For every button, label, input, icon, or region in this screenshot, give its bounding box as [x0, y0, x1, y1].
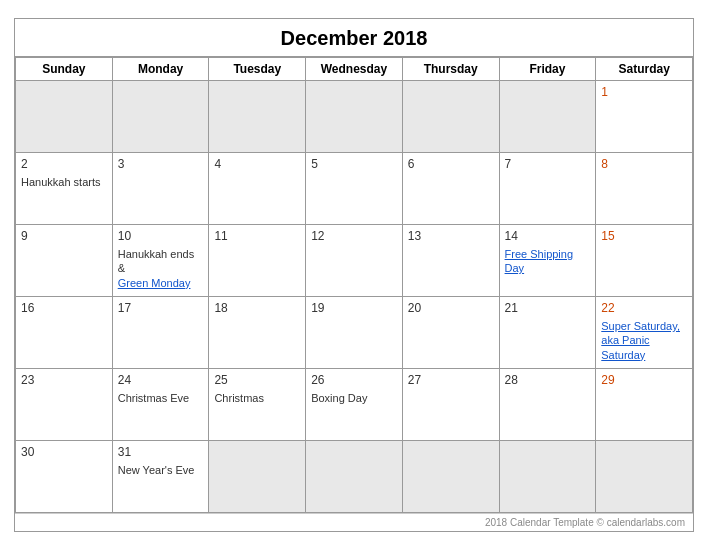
day-number: 9	[21, 229, 107, 243]
day-cell: 10Hanukkah ends &Green Monday	[113, 225, 210, 297]
day-number: 30	[21, 445, 107, 459]
day-cell: 6	[403, 153, 500, 225]
day-cell	[403, 441, 500, 513]
event-text: Christmas	[214, 392, 264, 404]
day-number: 17	[118, 301, 204, 315]
day-number: 23	[21, 373, 107, 387]
day-number: 25	[214, 373, 300, 387]
calendar-container: December 2018 SundayMondayTuesdayWednesd…	[14, 18, 694, 532]
day-cell: 25Christmas	[209, 369, 306, 441]
day-cell: 27	[403, 369, 500, 441]
day-header-saturday: Saturday	[596, 58, 693, 81]
day-cell: 1	[596, 81, 693, 153]
day-number: 15	[601, 229, 687, 243]
event-link[interactable]: Green Monday	[118, 276, 204, 290]
event-link[interactable]: Free Shipping Day	[505, 247, 591, 276]
day-number: 3	[118, 157, 204, 171]
day-number: 31	[118, 445, 204, 459]
day-cell: 21	[500, 297, 597, 369]
day-number: 24	[118, 373, 204, 387]
day-number: 7	[505, 157, 591, 171]
day-cell: 8	[596, 153, 693, 225]
day-cell: 7	[500, 153, 597, 225]
day-cell	[306, 441, 403, 513]
calendar-grid: SundayMondayTuesdayWednesdayThursdayFrid…	[15, 57, 693, 513]
day-number: 1	[601, 85, 687, 99]
day-cell: 18	[209, 297, 306, 369]
day-number: 10	[118, 229, 204, 243]
day-number: 12	[311, 229, 397, 243]
day-cell: 26Boxing Day	[306, 369, 403, 441]
day-header-wednesday: Wednesday	[306, 58, 403, 81]
event-text: Hanukkah ends &	[118, 248, 194, 274]
event-text: New Year's Eve	[118, 464, 195, 476]
day-cell: 14Free Shipping Day	[500, 225, 597, 297]
day-cell	[209, 441, 306, 513]
day-number: 19	[311, 301, 397, 315]
day-number: 5	[311, 157, 397, 171]
day-cell	[500, 441, 597, 513]
calendar-footer: 2018 Calendar Template © calendarlabs.co…	[15, 513, 693, 531]
day-number: 28	[505, 373, 591, 387]
day-cell: 22Super Saturday, aka Panic Saturday	[596, 297, 693, 369]
day-header-friday: Friday	[500, 58, 597, 81]
day-number: 29	[601, 373, 687, 387]
day-cell: 5	[306, 153, 403, 225]
day-cell: 28	[500, 369, 597, 441]
day-number: 16	[21, 301, 107, 315]
day-cell: 3	[113, 153, 210, 225]
day-cell	[306, 81, 403, 153]
day-cell: 4	[209, 153, 306, 225]
day-number: 13	[408, 229, 494, 243]
day-cell: 19	[306, 297, 403, 369]
day-number: 22	[601, 301, 687, 315]
day-cell: 30	[16, 441, 113, 513]
day-cell: 15	[596, 225, 693, 297]
day-number: 8	[601, 157, 687, 171]
calendar-title: December 2018	[15, 19, 693, 57]
day-number: 27	[408, 373, 494, 387]
day-cell: 29	[596, 369, 693, 441]
day-cell: 12	[306, 225, 403, 297]
event-text: Christmas Eve	[118, 392, 190, 404]
day-cell: 2Hanukkah starts	[16, 153, 113, 225]
day-cell: 16	[16, 297, 113, 369]
day-cell: 20	[403, 297, 500, 369]
day-cell	[596, 441, 693, 513]
day-number: 21	[505, 301, 591, 315]
day-cell	[209, 81, 306, 153]
day-cell	[500, 81, 597, 153]
day-number: 20	[408, 301, 494, 315]
event-text: Boxing Day	[311, 392, 367, 404]
day-number: 6	[408, 157, 494, 171]
day-header-sunday: Sunday	[16, 58, 113, 81]
event-link[interactable]: Super Saturday, aka Panic Saturday	[601, 319, 687, 362]
day-cell: 24Christmas Eve	[113, 369, 210, 441]
day-number: 4	[214, 157, 300, 171]
day-cell	[403, 81, 500, 153]
day-header-tuesday: Tuesday	[209, 58, 306, 81]
day-cell	[113, 81, 210, 153]
event-text: Hanukkah starts	[21, 176, 100, 188]
day-number: 14	[505, 229, 591, 243]
day-cell: 9	[16, 225, 113, 297]
day-number: 26	[311, 373, 397, 387]
day-number: 2	[21, 157, 107, 171]
day-number: 18	[214, 301, 300, 315]
day-number: 11	[214, 229, 300, 243]
day-cell: 13	[403, 225, 500, 297]
day-cell: 11	[209, 225, 306, 297]
day-cell: 31New Year's Eve	[113, 441, 210, 513]
day-header-thursday: Thursday	[403, 58, 500, 81]
day-cell: 23	[16, 369, 113, 441]
day-header-monday: Monday	[113, 58, 210, 81]
day-cell: 17	[113, 297, 210, 369]
day-cell	[16, 81, 113, 153]
